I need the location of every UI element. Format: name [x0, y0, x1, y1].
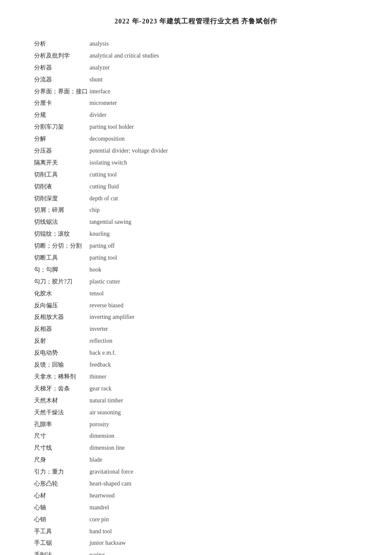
english-term: blade — [89, 454, 102, 465]
list-item: 分割车刀架parting tool holder — [34, 121, 358, 133]
english-term: inverter — [89, 324, 108, 335]
english-term: cutting tool — [89, 169, 117, 180]
english-term: dimension — [89, 431, 114, 442]
chinese-term: 分析 — [34, 38, 89, 49]
english-term: hand tool — [89, 526, 112, 537]
list-item: 分压器potential divider; voltage divider — [34, 145, 358, 157]
list-item: 手工锯junior hacksaw — [34, 537, 358, 549]
english-term: decomposition — [89, 133, 124, 145]
chinese-term: 心材 — [34, 490, 89, 501]
english-term: gravitational force — [89, 466, 133, 477]
chinese-term: 切削深度 — [34, 193, 89, 204]
list-item: 分析器analyzer — [34, 62, 358, 74]
chinese-term: 切削工具 — [34, 169, 89, 180]
list-item: 反相器inverter — [34, 323, 358, 335]
english-term: heart-shaped cam — [89, 478, 131, 489]
chinese-term: 手工具 — [34, 526, 89, 537]
english-term: hook — [89, 264, 101, 275]
chinese-term: 天拿水；稀释剂 — [34, 371, 89, 382]
english-term: depth of cut — [89, 193, 118, 204]
english-term: plastic cutter — [89, 276, 120, 287]
english-term: chip — [89, 205, 100, 216]
chinese-term: 天梯牙；齿条 — [34, 383, 89, 394]
list-item: 切断工具parting tool — [34, 252, 358, 264]
list-item: 切辊纹；滚纹knurling — [34, 228, 358, 240]
chinese-term: 反相器 — [34, 324, 89, 335]
list-item: 心轴mandrel — [34, 502, 358, 514]
english-term: tensol — [89, 288, 104, 299]
chinese-term: 天然干燥法 — [34, 407, 89, 418]
list-item: 反电动势back e.m.f. — [34, 347, 358, 359]
english-term: parting tool — [89, 252, 117, 263]
english-term: analysis — [89, 38, 109, 49]
chinese-term: 反向偏压 — [34, 300, 89, 311]
chinese-term: 分界面；界面；接口 — [34, 86, 89, 97]
english-term: knurling — [89, 228, 110, 240]
chinese-term: 分厘卡 — [34, 98, 89, 109]
english-term: mandrel — [89, 502, 109, 513]
chinese-term: 分析器 — [34, 62, 89, 73]
list-item: 勾；勾脚hook — [34, 264, 358, 276]
list-item: 手工具hand tool — [34, 526, 358, 538]
english-term: analytical and critical studies — [89, 50, 159, 61]
chinese-term: 手削法 — [34, 549, 89, 555]
list-item: 反相放大器inverting amplifier — [34, 311, 358, 323]
list-item: 心销core pin — [34, 514, 358, 526]
english-term: core pin — [89, 514, 109, 525]
chinese-term: 分压器 — [34, 145, 89, 156]
english-term: heartwood — [89, 490, 115, 501]
chinese-term: 分解 — [34, 133, 89, 145]
english-term: feedback — [89, 359, 111, 370]
list-item: 分规divider — [34, 109, 358, 121]
chinese-term: 勾刀；胶片?刀 — [34, 276, 89, 287]
english-term: paring — [89, 549, 105, 555]
chinese-term: 分流器 — [34, 74, 89, 85]
list-item: 天拿水；稀释剂thinner — [34, 371, 358, 383]
english-term: potential divider; voltage divider — [89, 145, 168, 156]
english-term: back e.m.f. — [89, 347, 116, 358]
list-item: 孔隙率porosity — [34, 419, 358, 431]
list-item: 切屑；碎屑chip — [34, 204, 358, 216]
list-item: 切线锯法tangential sawing — [34, 216, 358, 228]
list-item: 分析analysis — [34, 38, 358, 50]
list-item: 尺寸dimension — [34, 430, 358, 442]
chinese-term: 心销 — [34, 514, 89, 525]
list-item: 反向偏压reverse biased — [34, 300, 358, 312]
chinese-term: 心形凸轮 — [34, 478, 89, 489]
list-item: 心形凸轮heart-shaped cam — [34, 478, 358, 490]
list-item: 化胶水tensol — [34, 288, 358, 300]
list-item: 隔离开关isolating switch — [34, 157, 358, 169]
chinese-term: 天然木材 — [34, 395, 89, 406]
list-item: 切削液cutting fluid — [34, 181, 358, 193]
english-term: inverting amplifier — [89, 312, 134, 323]
chinese-term: 分规 — [34, 110, 89, 121]
chinese-term: 尺寸线 — [34, 442, 89, 454]
chinese-term: 分析及批判学 — [34, 50, 89, 61]
list-item: 切削深度depth of cut — [34, 193, 358, 205]
list-item: 尺身blade — [34, 454, 358, 466]
list-item: 天然木材natural timber — [34, 395, 358, 407]
list-item: 切削工具cutting tool — [34, 169, 358, 181]
list-item: 分解decomposition — [34, 133, 358, 145]
list-item: 分析及批判学analytical and critical studies — [34, 50, 358, 62]
english-term: tangential sawing — [89, 217, 131, 228]
list-item: 心材heartwood — [34, 490, 358, 502]
chinese-term: 尺身 — [34, 454, 89, 465]
chinese-term: 反电动势 — [34, 347, 89, 358]
chinese-term: 化胶水 — [34, 288, 89, 299]
english-term: dimension line — [89, 442, 125, 454]
chinese-term: 孔隙率 — [34, 419, 89, 430]
list-item: 分流器shunt — [34, 74, 358, 86]
page-title: 2022 年-2023 年建筑工程管理行业文档 齐鲁斌创作 — [34, 17, 358, 26]
english-term: divider — [89, 110, 107, 121]
chinese-term: 切削液 — [34, 181, 89, 192]
chinese-term: 分割车刀架 — [34, 121, 89, 133]
chinese-term: 引力；重力 — [34, 466, 89, 477]
chinese-term: 反馈；回输 — [34, 359, 89, 370]
chinese-term: 切线锯法 — [34, 217, 89, 228]
english-term: porosity — [89, 419, 109, 430]
chinese-term: 切断工具 — [34, 252, 89, 263]
english-term: interface — [89, 86, 110, 97]
list-item: 切断；分切；分割parting off — [34, 240, 358, 252]
english-term: gear rack — [89, 383, 112, 394]
